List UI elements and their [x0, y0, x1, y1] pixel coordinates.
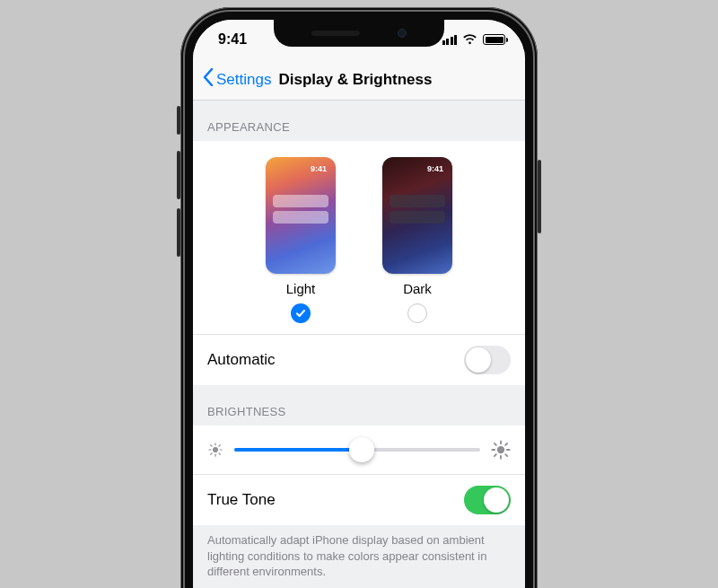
- brightness-section-label: BRIGHTNESS: [193, 385, 525, 426]
- volume-up-button: [177, 151, 180, 199]
- true-tone-label: True Tone: [207, 491, 276, 509]
- sun-max-icon: [491, 440, 511, 460]
- svg-line-6: [219, 453, 220, 454]
- page-title: Display & Brightness: [278, 71, 432, 89]
- appearance-preview-light: 9:41: [266, 157, 336, 274]
- true-tone-footnote: Automatically adapt iPhone display based…: [193, 525, 525, 588]
- svg-line-14: [495, 443, 496, 445]
- appearance-option-label: Dark: [403, 281, 432, 296]
- preview-time: 9:41: [311, 164, 327, 173]
- brightness-slider[interactable]: [234, 448, 480, 452]
- preview-time: 9:41: [427, 164, 443, 173]
- true-tone-toggle[interactable]: [464, 486, 511, 514]
- automatic-toggle[interactable]: [464, 346, 511, 374]
- svg-line-16: [495, 454, 496, 456]
- phone-frame: 9:41 Settings Display & Brightness APPEA…: [180, 7, 538, 588]
- content: APPEARANCE 9:41 Light: [193, 101, 525, 588]
- screen: 9:41 Settings Display & Brightness APPEA…: [193, 20, 525, 588]
- svg-point-0: [213, 447, 218, 452]
- svg-line-8: [219, 445, 220, 446]
- brightness-slider-thumb: [349, 437, 374, 462]
- front-camera: [398, 29, 407, 38]
- automatic-label: Automatic: [207, 351, 276, 369]
- mute-switch: [177, 106, 180, 135]
- cellular-icon: [442, 35, 458, 45]
- battery-icon: [483, 34, 505, 45]
- nav-header: Settings Display & Brightness: [193, 59, 525, 101]
- appearance-option-dark[interactable]: 9:41 Dark: [382, 157, 452, 323]
- speaker: [311, 31, 360, 36]
- brightness-slider-fill: [234, 448, 362, 452]
- notch: [274, 20, 444, 47]
- appearance-section-label: APPEARANCE: [193, 101, 525, 141]
- side-button: [538, 160, 541, 233]
- svg-point-9: [497, 446, 504, 453]
- status-time: 9:41: [218, 31, 247, 48]
- appearance-card: 9:41 Light 9:41 Dark: [193, 141, 525, 385]
- back-label: Settings: [216, 71, 271, 89]
- chevron-left-icon: [202, 68, 215, 91]
- true-tone-row: True Tone: [193, 474, 525, 525]
- appearance-option-label: Light: [286, 281, 316, 296]
- automatic-row: Automatic: [193, 334, 525, 385]
- brightness-slider-row: [193, 426, 525, 474]
- radio-unchecked-icon: [407, 303, 427, 323]
- appearance-options: 9:41 Light 9:41 Dark: [193, 141, 525, 334]
- back-button[interactable]: Settings: [202, 68, 271, 91]
- svg-line-15: [505, 454, 507, 456]
- appearance-option-light[interactable]: 9:41 Light: [266, 157, 336, 323]
- wifi-icon: [462, 34, 477, 45]
- appearance-preview-dark: 9:41: [382, 157, 452, 274]
- radio-checked-icon: [291, 303, 311, 323]
- sun-min-icon: [207, 442, 223, 458]
- volume-down-button: [177, 208, 180, 257]
- svg-line-5: [211, 445, 212, 446]
- brightness-card: True Tone: [193, 426, 525, 525]
- status-icons: [442, 34, 506, 45]
- svg-line-7: [211, 453, 212, 454]
- svg-line-17: [505, 443, 507, 445]
